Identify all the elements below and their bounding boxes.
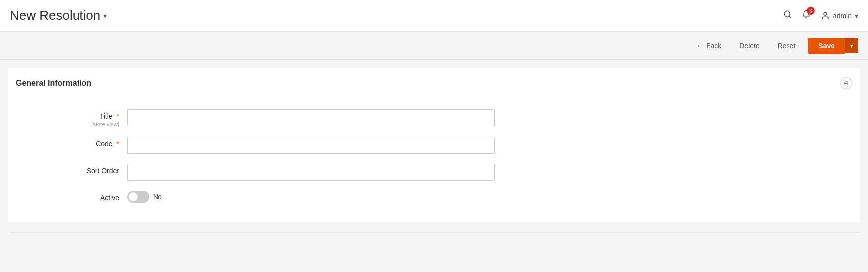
title-label: Title [100,112,113,120]
active-toggle-group: No [127,191,162,203]
user-icon [821,11,830,20]
save-button[interactable]: Save [808,38,845,54]
code-label: Code [96,140,112,148]
svg-point-2 [824,12,827,15]
page-title-text: New Resolution [10,8,100,23]
sort-order-label: Sort Order [87,167,119,175]
user-menu[interactable]: admin ▾ [821,11,858,20]
title-field-row: Title * [store view] [8,109,860,127]
active-toggle-label: No [153,193,162,201]
user-chevron-icon: ▾ [855,12,858,20]
main-content: General Information ⊖ Title * [store vie… [0,68,868,272]
title-chevron-icon[interactable]: ▾ [103,12,107,20]
header-actions: 3 admin ▾ [783,10,858,21]
back-label: Back [706,42,721,50]
title-label-group: Title * [store view] [18,109,127,127]
notification-count: 3 [807,7,815,15]
section-title: General Information [16,79,91,88]
save-label: Save [818,42,835,50]
search-icon[interactable] [783,10,792,21]
general-information-section: General Information ⊖ Title * [store vie… [8,68,860,222]
svg-line-1 [789,16,790,17]
action-toolbar: ← Back Delete Reset Save ▾ [0,32,868,60]
sort-order-input[interactable] [127,164,495,181]
delete-label: Delete [739,42,759,50]
back-arrow-icon: ← [696,42,703,50]
active-label: Active [100,194,119,202]
collapse-button[interactable]: ⊖ [840,77,852,89]
code-label-group: Code * [18,137,127,148]
title-required-star: * [117,112,119,120]
active-label-group: Active [18,191,127,202]
code-input[interactable] [127,137,495,154]
delete-button[interactable]: Delete [734,39,764,53]
sort-order-label-group: Sort Order [18,164,127,175]
page-header: New Resolution ▾ 3 admin ▾ [0,0,868,32]
save-button-group: Save ▾ [808,38,858,54]
active-field-row: Active No [8,191,860,203]
code-required-star: * [117,140,119,148]
code-field-row: Code * [8,137,860,154]
reset-label: Reset [778,42,796,50]
toggle-slider [127,191,149,203]
active-toggle[interactable] [127,191,149,203]
sort-order-field-row: Sort Order [8,164,860,181]
page-footer-divider [10,232,858,233]
title-store-view-label: [store view] [18,121,119,127]
save-dropdown-button[interactable]: ▾ [845,38,858,53]
notifications-icon[interactable]: 3 [802,10,811,21]
page-title: New Resolution ▾ [10,8,107,23]
title-input[interactable] [127,109,495,126]
collapse-icon: ⊖ [844,80,849,87]
user-name: admin [833,12,852,20]
reset-button[interactable]: Reset [773,39,801,53]
save-dropdown-icon: ▾ [850,42,853,49]
back-button[interactable]: ← Back [691,39,726,53]
section-header: General Information ⊖ [8,77,860,94]
